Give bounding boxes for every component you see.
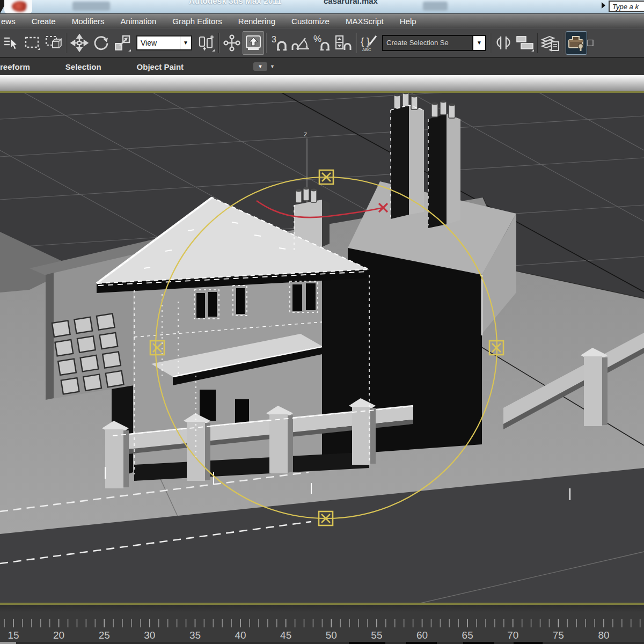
timeline-frame-label: 15 [8,630,19,641]
timeline-ruler[interactable]: 1520253035404550556065707580 [0,605,644,642]
perspective-viewport[interactable]: z [0,91,644,605]
wing-window [97,313,115,330]
chevron-down-icon: ▼ [253,62,267,71]
angle-snap-icon [290,34,311,52]
ribbon-collapsed-strip [0,75,644,91]
reference-coordinate-system-value: View [137,39,180,47]
timeline-frame-label: 60 [416,630,428,641]
menu-maxscript[interactable]: MAXScript [346,17,384,26]
menu-rendering[interactable]: Rendering [238,17,275,26]
menu-graph-editors[interactable]: Graph Editors [172,17,222,26]
z-axis-label: z [304,130,308,138]
window-crossing-toggle-button[interactable] [43,31,64,55]
named-selection-sets-value: Create Selection Se [383,39,472,47]
select-and-scale-button[interactable] [112,31,133,55]
app-logo-icon[interactable] [12,1,28,12]
select-by-name-icon [3,34,19,52]
reference-coordinate-system-dropdown[interactable]: View ▼ [136,35,192,50]
wing-window [80,355,99,371]
timeline-frame-label: 75 [553,630,564,641]
menu-create[interactable]: Create [32,17,56,26]
svg-text:%: % [313,34,321,44]
named-selection-sets-dropdown[interactable]: Create Selection Se ▼ [382,35,486,51]
spinner-snap-icon [334,34,353,52]
dropdown-caret-icon[interactable]: ▼ [472,36,485,50]
wing-window [52,320,70,336]
fence-pillar [349,398,376,465]
chevron-down-icon: ▼ [270,64,275,69]
menu-customize[interactable]: Customize [291,17,330,26]
timeline-frame-label: 30 [144,630,155,641]
track-bar[interactable]: 1520253035404550556065707580 [0,605,644,642]
fence-pillar [102,421,129,488]
toolbar-separator [218,33,219,53]
clipped-toolbar-button[interactable] [587,31,594,55]
layer-manager-icon [540,33,561,53]
toolbox-icon [567,33,586,53]
percent-snap-icon: % [312,34,332,52]
search-history-arrow-icon[interactable] [602,2,605,9]
wing-window [106,371,124,387]
timeline-frame-label: 70 [507,630,518,641]
wing-window [100,333,118,349]
coordinate-z-field[interactable] [463,642,494,644]
align-flyout-button[interactable] [514,31,536,55]
toolbar-separator [356,33,357,53]
timeline-frame-label: 35 [189,630,201,641]
wing-window [83,375,101,391]
edit-named-selection-sets-button[interactable]: { } ABC [358,31,380,55]
rectangular-selection-region-button[interactable] [21,31,43,55]
manipulate-icon [223,34,241,52]
tab-object-paint[interactable]: Object Paint [137,62,184,71]
dropdown-caret-icon[interactable]: ▼ [180,36,191,49]
app-title: Autodesk 3ds Max 2011 [189,0,282,5]
wing-window [58,359,76,375]
menu-animation[interactable]: Animation [121,17,157,26]
select-and-move-button[interactable] [69,31,90,55]
graphite-modeling-tools-toggle[interactable] [566,31,587,55]
snap-3d-icon: 3 [269,34,289,52]
grid-size-field[interactable] [514,642,543,644]
fence-pillar [581,348,608,426]
select-by-name-button[interactable] [0,31,21,55]
use-center-flyout-button[interactable] [195,31,217,55]
snaps-toggle-3d-button[interactable]: 3 [268,31,290,55]
move-icon [70,34,89,52]
coordinate-x-field[interactable] [349,642,385,644]
use-center-icon [197,34,215,52]
menu-views[interactable]: ews [1,17,16,26]
wing-window [77,336,96,352]
timeline-frame-label: 20 [53,630,64,641]
menu-modifiers[interactable]: Modifiers [72,17,105,26]
document-name: casarural.max [324,0,378,5]
viewport-canvas[interactable]: z [0,91,644,605]
tab-freeform[interactable]: reeform [0,62,30,71]
tab-selection[interactable]: Selection [65,62,101,71]
toolbar-separator [537,33,538,53]
spinner-snap-toggle-button[interactable] [333,31,354,55]
mirror-button[interactable] [493,31,514,55]
ribbon-minimize-button[interactable]: ▼ ▼ [253,62,275,71]
percent-snap-toggle-button[interactable]: % [311,31,333,55]
timeline-frame-label: 55 [371,630,382,641]
menu-help[interactable]: Help [400,17,416,26]
layer-manager-button[interactable] [540,31,561,55]
timeline-frame-label: 25 [99,630,110,641]
chimney [391,91,424,219]
mirror-icon [493,34,514,52]
angle-snap-toggle-button[interactable] [290,31,311,55]
select-and-manipulate-button[interactable] [221,31,243,55]
wing-window [61,378,79,394]
rectangular-region-icon [24,34,41,52]
quick-access-buttons[interactable] [72,2,110,11]
titlebar: Autodesk 3ds Max 2011 casarural.max Type… [0,0,644,13]
keyword-search-input[interactable]: Type a k [609,1,644,12]
edit-selection-sets-icon: { } ABC [360,34,378,52]
coordinate-y-field[interactable] [406,642,437,644]
timeline-frame-label: 50 [326,630,337,641]
select-and-rotate-button[interactable] [90,31,112,55]
rotate-icon [92,34,110,52]
keyboard-shortcut-override-toggle[interactable] [243,31,264,55]
ribbon-tab-bar: reeform Selection Object Paint ▼ ▼ [0,57,644,75]
keyboard-override-icon [244,34,262,52]
